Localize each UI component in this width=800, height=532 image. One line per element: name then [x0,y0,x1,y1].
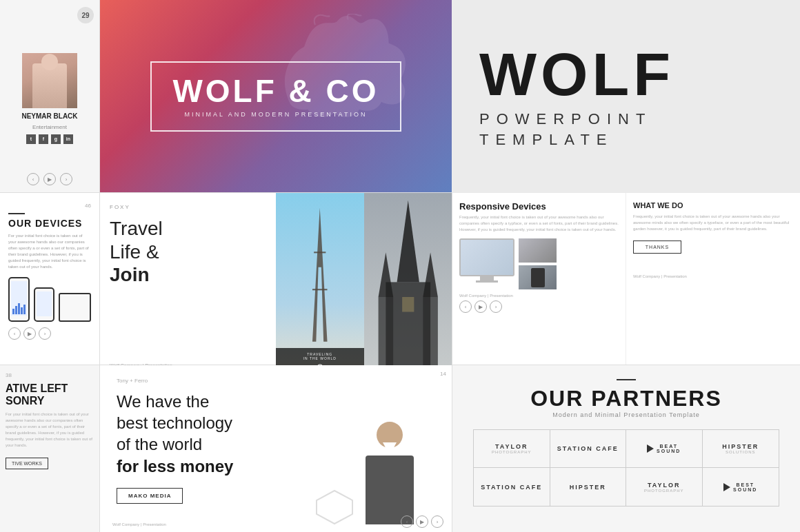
big-title-section: WOLF POWERPOINT TEMPLATE [452,0,800,193]
nav-next-sm[interactable]: › [39,327,51,340]
hero-subtitle: MINIMAL AND MODERN PRESENTATION [172,111,379,118]
hexagon-shape [314,489,355,525]
partner-taylor-2: TAYLOR PHOTOGRAPHY [626,468,703,506]
tony-slide-num: 14 [440,371,446,377]
facebook-icon[interactable]: f [39,134,48,144]
nav-play[interactable]: ▶ [43,173,56,185]
tony-q-bold: for less money [117,457,233,475]
chart-bar-1 [12,309,14,314]
monitor-mock [459,238,514,276]
small-device-images [519,238,557,289]
partner-beat-sound: BEATSOUND [626,430,703,468]
profile-name: NEYMAR BLACK [21,112,77,120]
tony-nav-next[interactable]: › [431,515,443,528]
partner-role-taylor-2: PHOTOGRAPHY [644,489,684,493]
profile-head [41,54,58,70]
partner-station-cafe-2: STATION CAFE [474,468,550,506]
slide-number-badge: 29 [77,7,94,23]
responsive-footer: Wolf Company | Presentation [459,294,619,298]
thanks-button[interactable]: THANKS [633,241,681,254]
what-text: Frequently, your initial font choice is … [633,214,793,232]
devices-mockup [8,277,91,322]
foxy-h3: Join [110,264,150,285]
partner-name-station-2: STATION CAFE [481,484,542,491]
partners-line [617,379,636,380]
gplus-icon[interactable]: g [51,134,61,144]
nav-prev[interactable]: ‹ [27,173,39,185]
resp-nav-next[interactable]: › [490,300,502,313]
responsive-text: Frequently, your initial font choice is … [459,214,619,233]
partner-name-taylor: TAYLOR [495,443,528,450]
responsive-section: Responsive Devices Frequently, your init… [452,193,626,365]
resp-nav-prev[interactable]: ‹ [459,300,472,313]
person-collar [383,442,397,453]
beat-sound-inner: BEATSOUND [647,444,681,453]
nav-prev-sm[interactable]: ‹ [8,327,21,340]
linkedin-icon[interactable]: in [63,134,73,144]
foxy-right: TRAVELING IN THE WORLD [276,193,452,379]
church-svg [364,193,452,379]
sidebar-bot: 38 ative Left sonry For your initial fon… [0,365,100,532]
tony-nav-prev[interactable]: ‹ [401,515,413,528]
partners-title: OUR PARTNERS [530,386,722,411]
foxy-h1: Travel [110,218,163,239]
profile-figure [32,63,67,108]
tony-nav: ‹ ▶ › [401,515,443,528]
device-img-1 [519,238,557,263]
hero-slide: WOLF & CO MINIMAL AND MODERN PRESENTATIO… [100,0,452,193]
beat-sound-label: BEATSOUND [657,444,681,453]
tablet-mockup [59,293,91,322]
partner-name-hipster-2: HIPSTER [570,484,606,491]
chart-bar-2 [15,306,17,314]
partner-taylor: TAYLOR PHOTOGRAPHY [474,430,550,468]
monitor-scene [459,238,514,289]
partners-subtitle: Modern and Minimal Presentation Template [552,411,699,418]
tony-button[interactable]: MAKO MEDIA [117,488,183,504]
sidebar-profile: NEYMAR BLACK Entertainment t f g in [21,53,77,144]
play-icon-2 [723,483,730,491]
profile-role: Entertainment [32,124,67,130]
tony-q1: We have the [117,392,209,411]
partner-name-hipster: HIPSTER [722,443,759,450]
partner-role-hipster: SOLUTIONS [726,450,756,454]
devices-title-line [8,213,25,214]
tony-footer: Wolf Company | Presentation [112,522,166,526]
device-images [459,238,619,289]
ative-title-p1: ative Left [6,382,68,394]
tony-label: Tony + Ferro [117,378,435,384]
ative-text: For your initial font choice is taken ou… [6,411,94,449]
what-footer: Wolf Company | Presentation [633,254,793,278]
tony-q2: best technology [117,413,232,432]
partners-grid: TAYLOR PHOTOGRAPHY STATION CAFE BEATSOUN… [473,429,779,507]
person-body [366,456,414,524]
what-we-do-section: WHAT WE DO Frequently, your initial font… [626,193,800,365]
ative-button[interactable]: TIVE WORKS [6,458,48,469]
partner-station-cafe: STATION CAFE [550,430,627,468]
twitter-icon[interactable]: t [26,134,36,144]
phone-screen-2 [37,291,52,316]
best-sound-label: BESTSOUND [733,482,757,492]
big-title-powerpoint: POWERPOINT [479,110,652,128]
nav-dots: ‹ ▶ › [27,173,72,185]
resp-nav-play[interactable]: ▶ [474,300,487,313]
foxy-img-1: TRAVELING IN THE WORLD [276,193,364,379]
foxy-heading: Travel Life & Join [110,217,266,287]
phone-mockup [8,277,30,322]
big-title-template: TEMPLATE [479,131,614,149]
phone-mockup-2 [34,287,55,322]
foxy-slide: 15 FOXY Travel Life & Join Wolf Company … [100,193,452,365]
partner-hipster-1: HIPSTER SOLUTIONS [703,430,779,468]
sidebar-mid: 46 OUR DEVICES For your initial font cho… [0,193,100,365]
nav-next[interactable]: › [60,173,72,185]
tony-nav-play[interactable]: ▶ [416,515,428,528]
monitor-screen [461,240,513,275]
what-title: WHAT WE DO [633,201,793,209]
chart-bar-5 [23,305,26,314]
overlay-bot: IN THE WORLD [303,356,337,360]
nav-play-sm[interactable]: ▶ [23,327,36,340]
hero-title: WOLF & CO [172,75,379,107]
row2-right: Responsive Devices Frequently, your init… [452,193,800,365]
profile-photo [22,53,77,108]
profile-photo-inner [22,53,77,108]
big-title-wolf: WOLF [479,44,674,105]
